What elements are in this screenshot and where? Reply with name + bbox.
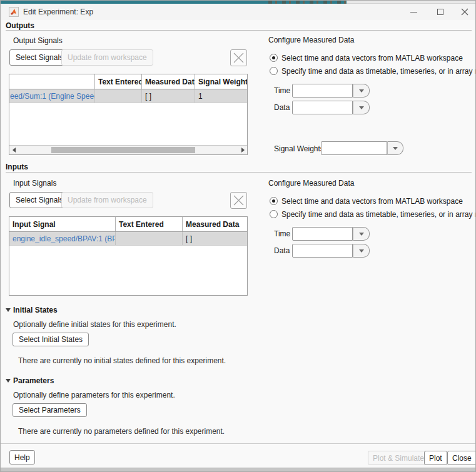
close-dialog-button[interactable]: Close [447, 451, 476, 465]
output-radio-workspace-label[interactable]: Select time and data vectors from MATLAB… [281, 54, 463, 63]
output-delete-signal-button[interactable] [230, 49, 247, 66]
output-signal-weights-combobox [321, 141, 403, 155]
parameters-description: Optionally define parameters for this ex… [13, 391, 175, 399]
input-select-signals-button[interactable]: Select Signals [9, 192, 69, 208]
input-configure-title: Configure Measured Data [268, 179, 354, 188]
initial-states-header[interactable]: Initial States [13, 306, 58, 314]
scrollbar-thumb[interactable] [51, 147, 195, 153]
input-data-label: Data [274, 246, 290, 255]
input-radio-workspace[interactable] [270, 197, 278, 205]
output-time-input[interactable] [292, 84, 353, 98]
chevron-down-icon [393, 147, 398, 150]
titlebar[interactable]: Edit Experiment: Exp [1, 4, 476, 20]
maximize-button[interactable] [431, 4, 450, 20]
input-data-dropdown-button[interactable] [353, 244, 370, 258]
input-table-empty-area [9, 246, 247, 295]
output-radio-notation-label[interactable]: Specify time and data as timetable, time… [281, 67, 476, 76]
chevron-down-icon [359, 106, 364, 109]
footer-separator [1, 443, 476, 444]
input-signals-table: Input Signal Text Entered Measured Data … [9, 216, 248, 296]
output-configure-title: Configure Measured Data [268, 36, 354, 44]
input-radio-notation[interactable] [270, 210, 278, 218]
outputs-separator [6, 30, 472, 31]
help-button[interactable]: Help [9, 450, 35, 464]
parameters-empty-message: There are currently no parameters define… [18, 427, 225, 436]
input-radio-notation-label[interactable]: Specify time and data as timetable, time… [281, 210, 476, 219]
close-button[interactable] [455, 4, 474, 20]
output-data-combobox [292, 101, 370, 114]
inputs-section-header: Inputs [6, 163, 28, 171]
input-delete-signal-button[interactable] [230, 192, 247, 209]
input-radio-workspace-label[interactable]: Select time and data vectors from MATLAB… [281, 197, 463, 206]
output-table-empty-area [9, 103, 247, 145]
output-measured-data-cell[interactable]: [ ] [142, 89, 195, 103]
output-col-measured-data[interactable]: Measured Data [142, 74, 195, 89]
output-time-dropdown-button[interactable] [353, 84, 370, 98]
initial-states-empty-message: There are currently no initial states de… [18, 356, 226, 365]
input-signal-link[interactable]: engine_idle_speed/BPAV:1 (BPAV) [9, 232, 116, 245]
output-signal-weights-label: Signal Weights [274, 144, 324, 153]
output-table-header-row: Text Entered Measured Data Signal Weight… [9, 74, 247, 89]
scroll-right-icon[interactable] [238, 146, 247, 154]
input-time-input[interactable] [292, 227, 353, 241]
output-text-entered-cell[interactable] [95, 89, 142, 103]
input-data-combobox [292, 244, 370, 258]
output-data-label: Data [274, 103, 290, 112]
output-signal-weights-cell[interactable]: 1 [195, 89, 247, 103]
outputs-section-header: Outputs [6, 21, 34, 30]
chevron-down-icon [359, 249, 364, 253]
maximize-icon [437, 9, 443, 15]
input-table-header-row: Input Signal Text Entered Measured Data [9, 217, 247, 232]
select-initial-states-button[interactable]: Select Initial States [13, 333, 89, 346]
input-col-text-entered[interactable]: Text Entered [116, 217, 183, 231]
output-signals-table: Text Entered Measured Data Signal Weight… [9, 74, 248, 155]
initial-states-collapse-icon[interactable] [6, 308, 11, 312]
initial-states-description: Optionally define initial states for thi… [13, 320, 176, 329]
output-time-combobox [292, 84, 370, 98]
minimize-button[interactable] [404, 4, 423, 20]
select-parameters-button[interactable]: Select Parameters [13, 403, 87, 417]
output-radio-workspace[interactable] [270, 54, 278, 62]
plot-button[interactable]: Plot [424, 451, 447, 465]
output-radio-notation[interactable] [270, 67, 278, 75]
output-signal-weights-input[interactable] [321, 141, 387, 155]
output-time-label: Time [274, 86, 290, 95]
input-time-label: Time [274, 229, 290, 238]
chevron-down-icon [359, 233, 364, 236]
edit-experiment-dialog: Edit Experiment: Exp Outputs Output Sign… [0, 0, 476, 472]
output-data-input[interactable] [292, 101, 353, 114]
output-signals-label: Output Signals [13, 36, 63, 45]
output-table-row[interactable]: eed/Sum:1 (Engine Speed) [ ] 1 [9, 89, 247, 103]
input-time-combobox [292, 227, 370, 241]
output-col-signal[interactable] [9, 74, 95, 89]
delete-x-icon [233, 194, 245, 206]
input-data-input[interactable] [292, 244, 353, 258]
output-table-horizontal-scrollbar[interactable] [9, 145, 247, 154]
input-measured-data-cell[interactable]: [ ] [183, 232, 247, 245]
window-title: Edit Experiment: Exp [23, 8, 93, 16]
minimize-icon [410, 12, 417, 13]
output-data-dropdown-button[interactable] [353, 101, 370, 114]
input-col-signal[interactable]: Input Signal [9, 217, 116, 231]
output-signal-link[interactable]: eed/Sum:1 (Engine Speed) [9, 89, 95, 103]
chevron-down-icon [359, 89, 364, 93]
background-window-bottom-strip [1, 468, 476, 472]
input-text-entered-cell[interactable] [116, 232, 183, 245]
output-col-signal-weights[interactable]: Signal Weights [195, 74, 247, 89]
parameters-header[interactable]: Parameters [13, 376, 54, 385]
input-col-measured-data[interactable]: Measured Data [183, 217, 247, 231]
output-update-from-workspace-button[interactable]: Update from workspace [61, 49, 153, 66]
input-update-from-workspace-button[interactable]: Update from workspace [61, 192, 153, 208]
inputs-separator [6, 172, 472, 173]
parameters-collapse-icon[interactable] [6, 379, 11, 383]
output-select-signals-button[interactable]: Select Signals [9, 49, 69, 66]
output-col-text-entered[interactable]: Text Entered [95, 74, 142, 89]
input-table-row[interactable]: engine_idle_speed/BPAV:1 (BPAV) [ ] [9, 232, 247, 246]
matlab-icon [9, 7, 19, 17]
output-signal-weights-dropdown-button[interactable] [387, 141, 403, 155]
scroll-left-icon[interactable] [9, 146, 18, 154]
close-icon [461, 8, 468, 16]
delete-x-icon [233, 52, 245, 64]
plot-simulate-button[interactable]: Plot & Simulate [368, 451, 429, 465]
input-time-dropdown-button[interactable] [353, 227, 370, 241]
